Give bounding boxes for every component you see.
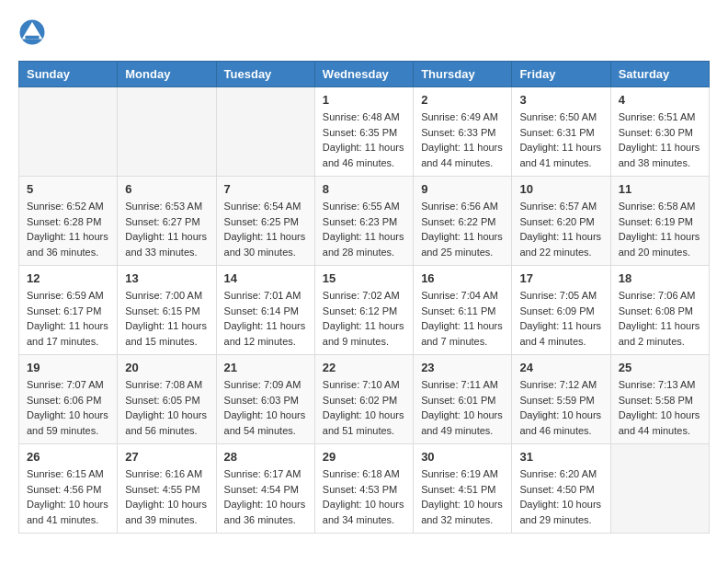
calendar-cell: 22Sunrise: 7:10 AM Sunset: 6:02 PM Dayli…	[314, 355, 413, 444]
calendar-cell: 27Sunrise: 6:16 AM Sunset: 4:55 PM Dayli…	[118, 444, 216, 534]
calendar-cell: 6Sunrise: 6:53 AM Sunset: 6:27 PM Daylig…	[118, 177, 216, 266]
calendar-cell	[118, 87, 216, 177]
calendar-cell: 30Sunrise: 6:19 AM Sunset: 4:51 PM Dayli…	[414, 444, 512, 534]
calendar-cell: 18Sunrise: 7:06 AM Sunset: 6:08 PM Dayli…	[610, 266, 709, 355]
day-header-wednesday: Wednesday	[314, 62, 413, 87]
day-number: 18	[619, 271, 701, 285]
day-info: Sunrise: 6:53 AM Sunset: 6:27 PM Dayligh…	[125, 199, 208, 259]
day-number: 1	[323, 93, 405, 107]
day-number: 11	[619, 182, 701, 196]
calendar-cell: 24Sunrise: 7:12 AM Sunset: 5:59 PM Dayli…	[512, 355, 610, 444]
calendar-week-4: 26Sunrise: 6:15 AM Sunset: 4:56 PM Dayli…	[19, 444, 710, 534]
day-info: Sunrise: 6:56 AM Sunset: 6:22 PM Dayligh…	[421, 199, 504, 259]
day-number: 14	[224, 271, 307, 285]
day-info: Sunrise: 7:07 AM Sunset: 6:06 PM Dayligh…	[27, 377, 109, 438]
day-number: 7	[224, 182, 307, 196]
day-number: 17	[519, 271, 602, 285]
day-header-friday: Friday	[512, 62, 610, 87]
day-number: 29	[323, 450, 405, 464]
day-info: Sunrise: 6:58 AM Sunset: 6:19 PM Dayligh…	[619, 199, 701, 259]
day-number: 16	[421, 271, 504, 285]
day-info: Sunrise: 7:04 AM Sunset: 6:11 PM Dayligh…	[421, 288, 504, 349]
calendar-table: SundayMondayTuesdayWednesdayThursdayFrid…	[18, 61, 710, 534]
day-info: Sunrise: 6:52 AM Sunset: 6:28 PM Dayligh…	[27, 199, 109, 259]
day-number: 21	[224, 361, 307, 374]
calendar-cell: 17Sunrise: 7:05 AM Sunset: 6:09 PM Dayli…	[512, 266, 610, 355]
day-number: 4	[619, 93, 701, 107]
calendar-cell: 14Sunrise: 7:01 AM Sunset: 6:14 PM Dayli…	[216, 266, 314, 355]
day-header-saturday: Saturday	[610, 62, 709, 87]
day-number: 20	[125, 361, 208, 374]
day-number: 31	[519, 450, 602, 464]
day-info: Sunrise: 7:01 AM Sunset: 6:14 PM Dayligh…	[224, 288, 307, 349]
day-info: Sunrise: 7:05 AM Sunset: 6:09 PM Dayligh…	[519, 288, 602, 349]
day-info: Sunrise: 6:51 AM Sunset: 6:30 PM Dayligh…	[619, 109, 701, 170]
svg-rect-2	[26, 36, 40, 40]
calendar-cell: 25Sunrise: 7:13 AM Sunset: 5:58 PM Dayli…	[610, 355, 709, 444]
day-number: 25	[619, 361, 701, 374]
calendar-cell: 31Sunrise: 6:20 AM Sunset: 4:50 PM Dayli…	[512, 444, 610, 534]
day-info: Sunrise: 6:17 AM Sunset: 4:54 PM Dayligh…	[224, 466, 307, 527]
day-number: 30	[421, 450, 504, 464]
day-number: 15	[323, 271, 405, 285]
calendar-cell: 11Sunrise: 6:58 AM Sunset: 6:19 PM Dayli…	[610, 177, 709, 266]
day-info: Sunrise: 6:49 AM Sunset: 6:33 PM Dayligh…	[421, 109, 504, 170]
day-header-sunday: Sunday	[19, 62, 118, 87]
day-number: 2	[421, 93, 504, 107]
calendar-cell: 12Sunrise: 6:59 AM Sunset: 6:17 PM Dayli…	[19, 266, 118, 355]
day-info: Sunrise: 7:06 AM Sunset: 6:08 PM Dayligh…	[619, 288, 701, 349]
day-number: 6	[125, 182, 208, 196]
calendar-cell	[610, 444, 709, 534]
calendar-week-2: 12Sunrise: 6:59 AM Sunset: 6:17 PM Dayli…	[19, 266, 710, 355]
day-info: Sunrise: 7:11 AM Sunset: 6:01 PM Dayligh…	[421, 377, 504, 438]
calendar-week-0: 1Sunrise: 6:48 AM Sunset: 6:35 PM Daylig…	[19, 87, 710, 177]
day-number: 24	[519, 361, 602, 374]
day-number: 9	[421, 182, 504, 196]
day-number: 23	[421, 361, 504, 374]
calendar-cell: 9Sunrise: 6:56 AM Sunset: 6:22 PM Daylig…	[414, 177, 512, 266]
day-info: Sunrise: 6:50 AM Sunset: 6:31 PM Dayligh…	[519, 109, 602, 170]
day-info: Sunrise: 6:55 AM Sunset: 6:23 PM Dayligh…	[323, 199, 405, 259]
calendar-cell: 4Sunrise: 6:51 AM Sunset: 6:30 PM Daylig…	[610, 87, 709, 177]
day-number: 12	[27, 271, 109, 285]
day-info: Sunrise: 6:18 AM Sunset: 4:53 PM Dayligh…	[323, 466, 405, 527]
day-header-monday: Monday	[118, 62, 216, 87]
day-info: Sunrise: 6:48 AM Sunset: 6:35 PM Dayligh…	[323, 109, 405, 170]
day-number: 10	[519, 182, 602, 196]
calendar-cell: 1Sunrise: 6:48 AM Sunset: 6:35 PM Daylig…	[314, 87, 413, 177]
day-info: Sunrise: 7:00 AM Sunset: 6:15 PM Dayligh…	[125, 288, 208, 349]
day-number: 26	[27, 450, 109, 464]
logo	[18, 18, 50, 46]
day-info: Sunrise: 7:12 AM Sunset: 5:59 PM Dayligh…	[519, 377, 602, 438]
page-header	[18, 18, 710, 46]
logo-icon	[18, 18, 46, 46]
day-header-tuesday: Tuesday	[216, 62, 314, 87]
day-info: Sunrise: 6:15 AM Sunset: 4:56 PM Dayligh…	[27, 466, 109, 527]
calendar-week-3: 19Sunrise: 7:07 AM Sunset: 6:06 PM Dayli…	[19, 355, 710, 444]
calendar-cell: 13Sunrise: 7:00 AM Sunset: 6:15 PM Dayli…	[118, 266, 216, 355]
day-number: 3	[519, 93, 602, 107]
day-info: Sunrise: 7:09 AM Sunset: 6:03 PM Dayligh…	[224, 377, 307, 438]
calendar-header-row: SundayMondayTuesdayWednesdayThursdayFrid…	[19, 62, 710, 87]
day-number: 28	[224, 450, 307, 464]
calendar-cell	[216, 87, 314, 177]
day-header-thursday: Thursday	[414, 62, 512, 87]
day-info: Sunrise: 6:57 AM Sunset: 6:20 PM Dayligh…	[519, 199, 602, 259]
calendar-cell: 16Sunrise: 7:04 AM Sunset: 6:11 PM Dayli…	[414, 266, 512, 355]
calendar-cell: 20Sunrise: 7:08 AM Sunset: 6:05 PM Dayli…	[118, 355, 216, 444]
calendar-cell: 7Sunrise: 6:54 AM Sunset: 6:25 PM Daylig…	[216, 177, 314, 266]
day-number: 8	[323, 182, 405, 196]
day-info: Sunrise: 7:02 AM Sunset: 6:12 PM Dayligh…	[323, 288, 405, 349]
day-info: Sunrise: 6:19 AM Sunset: 4:51 PM Dayligh…	[421, 466, 504, 527]
calendar-cell: 3Sunrise: 6:50 AM Sunset: 6:31 PM Daylig…	[512, 87, 610, 177]
day-info: Sunrise: 6:59 AM Sunset: 6:17 PM Dayligh…	[27, 288, 109, 349]
day-info: Sunrise: 7:13 AM Sunset: 5:58 PM Dayligh…	[619, 377, 701, 438]
calendar-cell: 15Sunrise: 7:02 AM Sunset: 6:12 PM Dayli…	[314, 266, 413, 355]
calendar-cell: 19Sunrise: 7:07 AM Sunset: 6:06 PM Dayli…	[19, 355, 118, 444]
calendar-cell: 21Sunrise: 7:09 AM Sunset: 6:03 PM Dayli…	[216, 355, 314, 444]
calendar-cell: 26Sunrise: 6:15 AM Sunset: 4:56 PM Dayli…	[19, 444, 118, 534]
day-info: Sunrise: 6:54 AM Sunset: 6:25 PM Dayligh…	[224, 199, 307, 259]
calendar-cell: 10Sunrise: 6:57 AM Sunset: 6:20 PM Dayli…	[512, 177, 610, 266]
day-info: Sunrise: 7:08 AM Sunset: 6:05 PM Dayligh…	[125, 377, 208, 438]
day-info: Sunrise: 7:10 AM Sunset: 6:02 PM Dayligh…	[323, 377, 405, 438]
